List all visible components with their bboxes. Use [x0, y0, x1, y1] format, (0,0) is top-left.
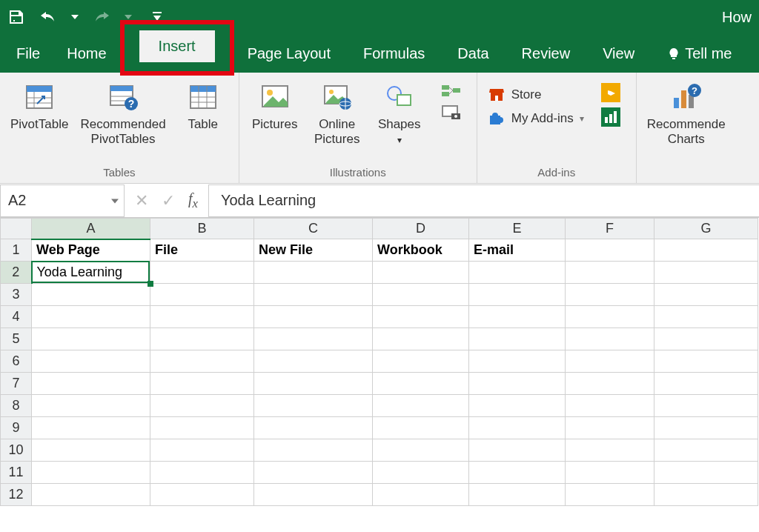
cell-A7[interactable]: [32, 373, 150, 395]
cancel-icon[interactable]: ✕: [135, 191, 148, 210]
cell-D2[interactable]: [373, 262, 469, 284]
recommended-charts-button[interactable]: ? RecommendeCharts: [641, 79, 732, 150]
tab-file[interactable]: File: [6, 36, 50, 73]
cell-G9[interactable]: [654, 417, 758, 439]
cell-A4[interactable]: [32, 306, 150, 328]
cell-D4[interactable]: [373, 306, 469, 328]
cell-A6[interactable]: [32, 350, 150, 373]
row-header-7[interactable]: 7: [1, 373, 32, 395]
tab-tell-me[interactable]: Tell me: [651, 36, 748, 73]
row-header-8[interactable]: 8: [1, 395, 32, 417]
cell-A12[interactable]: [32, 484, 150, 506]
cell-B11[interactable]: [150, 462, 254, 484]
cell-C7[interactable]: [254, 373, 373, 395]
cell-B9[interactable]: [150, 417, 254, 439]
cell-B5[interactable]: [150, 328, 254, 350]
cell-G1[interactable]: [654, 239, 758, 262]
cell-B3[interactable]: [150, 284, 254, 306]
cell-G11[interactable]: [654, 462, 758, 484]
cell-F1[interactable]: [566, 239, 654, 262]
undo-icon[interactable]: [39, 9, 58, 25]
tab-page-layout[interactable]: Page Layout: [231, 36, 347, 73]
row-header-4[interactable]: 4: [1, 306, 32, 328]
my-addins-button[interactable]: My Add-ins ▾: [488, 110, 584, 127]
cell-A2[interactable]: Yoda Learning: [32, 262, 150, 284]
namebox-dropdown-icon[interactable]: [110, 192, 119, 209]
cell-F11[interactable]: [566, 462, 654, 484]
people-graph-icon[interactable]: [601, 107, 620, 129]
cell-F12[interactable]: [566, 484, 654, 506]
store-button[interactable]: Store: [488, 86, 584, 104]
cell-C9[interactable]: [254, 417, 373, 439]
cell-B2[interactable]: [150, 262, 254, 284]
name-box[interactable]: A2: [0, 184, 125, 217]
cell-A5[interactable]: [32, 328, 150, 350]
myaddins-dropdown-icon[interactable]: ▾: [580, 113, 584, 124]
cell-D6[interactable]: [373, 350, 469, 373]
cell-E7[interactable]: [469, 373, 566, 395]
cell-F8[interactable]: [566, 395, 654, 417]
cell-F4[interactable]: [566, 306, 654, 328]
cell-F9[interactable]: [566, 417, 654, 439]
online-pictures-button[interactable]: OnlinePictures: [306, 79, 368, 150]
cell-C8[interactable]: [254, 395, 373, 417]
cell-B7[interactable]: [150, 373, 254, 395]
cell-G12[interactable]: [654, 484, 758, 506]
cell-A1[interactable]: Web Page: [32, 239, 150, 262]
cell-D7[interactable]: [373, 373, 469, 395]
row-header-3[interactable]: 3: [1, 284, 32, 306]
column-header-G[interactable]: G: [654, 219, 758, 239]
cell-A9[interactable]: [32, 417, 150, 439]
cell-E5[interactable]: [469, 328, 566, 350]
row-header-2[interactable]: 2: [1, 262, 32, 284]
cell-F2[interactable]: [566, 262, 654, 284]
cell-F3[interactable]: [566, 284, 654, 306]
cell-F10[interactable]: [566, 439, 654, 462]
cell-G7[interactable]: [654, 373, 758, 395]
cell-D3[interactable]: [373, 284, 469, 306]
column-header-F[interactable]: F: [566, 219, 654, 239]
cell-F7[interactable]: [566, 373, 654, 395]
cell-F5[interactable]: [566, 328, 654, 350]
cell-A3[interactable]: [32, 284, 150, 306]
save-icon[interactable]: [7, 8, 25, 26]
cell-G10[interactable]: [654, 439, 758, 462]
smartart-icon[interactable]: [441, 83, 462, 100]
row-header-5[interactable]: 5: [1, 328, 32, 350]
cell-C6[interactable]: [254, 350, 373, 373]
cell-C10[interactable]: [254, 439, 373, 462]
cell-E4[interactable]: [469, 306, 566, 328]
cell-G5[interactable]: [654, 328, 758, 350]
select-all-button[interactable]: [1, 219, 32, 239]
cell-D8[interactable]: [373, 395, 469, 417]
tab-view[interactable]: View: [586, 36, 651, 73]
cell-C4[interactable]: [254, 306, 373, 328]
fx-icon[interactable]: fx: [188, 190, 198, 211]
column-header-D[interactable]: D: [373, 219, 469, 239]
cell-G3[interactable]: [654, 284, 758, 306]
cell-E1[interactable]: E-mail: [469, 239, 566, 262]
column-header-A[interactable]: A: [32, 219, 150, 239]
row-header-1[interactable]: 1: [1, 239, 32, 262]
cell-E8[interactable]: [469, 395, 566, 417]
cell-F6[interactable]: [566, 350, 654, 373]
cell-C3[interactable]: [254, 284, 373, 306]
qat-customize-icon[interactable]: [153, 12, 162, 22]
formula-input[interactable]: Yoda Learning: [208, 184, 759, 217]
cell-B12[interactable]: [150, 484, 254, 506]
row-header-10[interactable]: 10: [1, 439, 32, 462]
cell-D11[interactable]: [373, 462, 469, 484]
recommended-pivottables-button[interactable]: ? RecommendedPivotTables: [74, 79, 171, 150]
enter-icon[interactable]: ✓: [162, 191, 175, 210]
cell-B8[interactable]: [150, 395, 254, 417]
cell-E6[interactable]: [469, 350, 566, 373]
tab-formulas[interactable]: Formulas: [347, 36, 441, 73]
row-header-6[interactable]: 6: [1, 350, 32, 373]
cell-C1[interactable]: New File: [254, 239, 373, 262]
cell-B4[interactable]: [150, 306, 254, 328]
cell-C5[interactable]: [254, 328, 373, 350]
table-button[interactable]: Table: [172, 79, 234, 135]
tab-review[interactable]: Review: [506, 36, 587, 73]
pictures-button[interactable]: Pictures: [244, 79, 306, 135]
screenshot-icon[interactable]: [441, 103, 462, 123]
